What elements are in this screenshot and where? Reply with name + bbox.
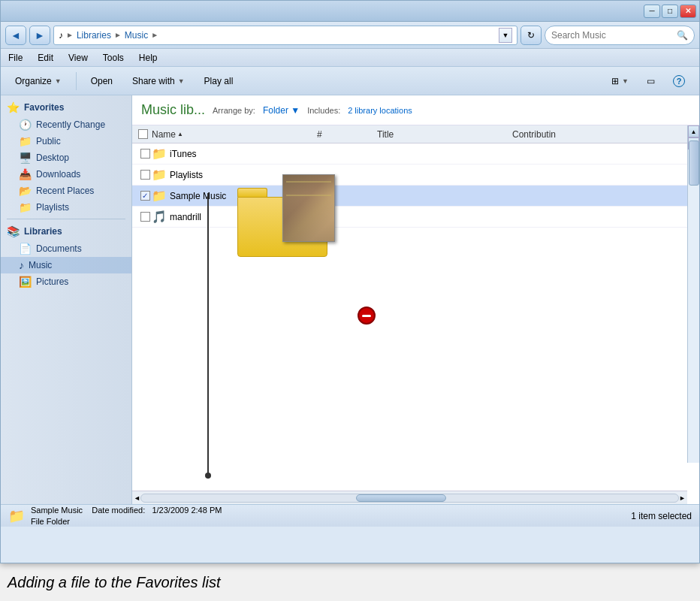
title-column-header[interactable]: Title [377,129,512,140]
maximize-button[interactable]: □ [662,5,678,18]
path-libraries[interactable]: Libraries [77,30,111,41]
views-dropdown-icon: ▼ [622,77,629,85]
sidebar-item-pictures[interactable]: 🖼️ Pictures [1,273,131,290]
share-with-button[interactable]: Share with ▼ [124,71,193,92]
address-path[interactable]: ♪ ► Libraries ► Music ► ▼ [53,26,517,45]
sidebar-item-desktop[interactable]: 🖥️ Desktop [1,149,131,166]
playlists-checkbox[interactable] [140,170,150,180]
row-check-sample[interactable]: ✓ [138,191,152,201]
close-button[interactable]: ✕ [680,5,696,18]
vertical-scrollbar[interactable]: ▲ ▼ [687,125,699,463]
downloads-label: Downloads [36,169,80,180]
name-column-header[interactable]: Name ▲ [152,129,317,140]
organize-label: Organize [15,76,52,86]
forward-button[interactable]: ► [29,26,50,45]
contrib-column-header[interactable]: Contributin [512,129,693,140]
menu-view[interactable]: View [65,51,91,65]
sidebar-item-downloads[interactable]: 📥 Downloads [1,166,131,183]
help-button[interactable]: ? [665,71,693,92]
forward-icon: ► [35,29,45,41]
file-area: Music lib... Arrange by: Folder ▼ Includ… [132,95,699,504]
playlists-name: Playlists [170,170,203,180]
table-row[interactable]: 🎵 mandrill [132,207,699,228]
includes-label: Includes: [307,106,340,115]
address-bar: ◄ ► ♪ ► Libraries ► Music ► ▼ ↻ 🔍 [1,22,699,49]
path-dropdown[interactable]: ▼ [499,28,512,43]
h-scroll-left[interactable]: ◄ [134,494,140,502]
table-row[interactable]: ✓ 📁 Sample Music [132,186,699,207]
sidebar-item-recently-changed[interactable]: 🕐 Recently Change [1,116,131,133]
arrange-dropdown-icon: ▼ [291,105,300,116]
sample-name: Sample Music [170,191,226,201]
share-with-dropdown-icon: ▼ [178,77,185,85]
search-box[interactable]: 🔍 [545,26,695,45]
select-all-checkbox[interactable] [138,129,148,139]
recently-changed-icon: 🕐 [19,119,32,131]
row-check-itunes[interactable] [138,149,152,159]
menu-bar: File Edit View Tools Help [1,49,699,67]
scroll-up-button[interactable]: ▲ [688,125,699,137]
library-header: Music lib... Arrange by: Folder ▼ Includ… [132,95,699,125]
search-input[interactable] [551,30,674,41]
open-button[interactable]: Open [83,71,121,92]
menu-file[interactable]: File [5,51,26,65]
explorer-window: ─ □ ✕ ◄ ► ♪ ► Libraries ► Music ► ▼ ↻ 🔍 [0,0,700,563]
drag-line [207,193,209,479]
open-label: Open [91,76,113,86]
playlists-folder-icon: 📁 [152,168,167,182]
h-scroll-thumb[interactable] [356,494,446,502]
pane-button[interactable]: ▭ [638,71,663,92]
playlists-sidebar-icon: 📁 [19,201,32,213]
desktop-icon: 🖥️ [19,152,32,164]
scroll-track [688,137,699,451]
libraries-section: 📚 Libraries 📄 Documents ♪ Music 🖼️ Pictu… [1,222,131,290]
refresh-button[interactable]: ↻ [520,26,542,45]
recent-places-label: Recent Places [36,186,94,196]
locations-link[interactable]: 2 library locations [348,106,412,115]
menu-edit[interactable]: Edit [35,51,56,65]
back-icon: ◄ [11,29,21,41]
minimize-button[interactable]: ─ [644,5,660,18]
libraries-header[interactable]: 📚 Libraries [1,222,131,240]
h-scroll-track [140,494,679,503]
row-check-playlists[interactable] [138,170,152,180]
sidebar-item-music[interactable]: ♪ Music [1,257,131,273]
itunes-checkbox[interactable] [140,149,150,159]
path-arrow-1: ► [66,31,74,39]
sidebar-item-playlists[interactable]: 📁 Playlists [1,199,131,216]
sidebar-item-public[interactable]: 📁 Public [1,133,131,149]
scroll-thumb[interactable] [689,140,699,186]
documents-icon: 📄 [19,243,32,255]
hash-column-header[interactable]: # [317,129,377,140]
views-button[interactable]: ⊞ ▼ [603,71,637,92]
arrange-by-value[interactable]: Folder ▼ [263,105,300,116]
path-arrow-2: ► [114,31,122,39]
path-music[interactable]: Music [125,30,148,41]
favorites-header[interactable]: ⭐ Favorites [1,98,131,116]
path-music-icon: ♪ [59,30,63,41]
row-check-mandrill[interactable] [138,212,152,222]
status-folder-icon: 📁 [8,508,25,524]
no-entry-icon [358,307,376,325]
table-row[interactable]: 📁 Playlists [132,165,699,186]
pictures-label: Pictures [36,276,68,287]
play-all-button[interactable]: Play all [196,71,242,92]
table-row[interactable]: 📁 iTunes [132,143,699,165]
toolbar: Organize ▼ Open Share with ▼ Play all ⊞ … [1,67,699,95]
sample-checkbox[interactable]: ✓ [140,191,150,201]
menu-tools[interactable]: Tools [100,51,127,65]
horizontal-scrollbar[interactable]: ◄ ► [132,491,687,504]
sidebar-item-recent-places[interactable]: 📂 Recent Places [1,183,131,199]
play-all-label: Play all [204,76,234,86]
h-scroll-right[interactable]: ► [679,494,686,502]
itunes-folder-icon: 📁 [152,146,167,161]
menu-help[interactable]: Help [136,51,161,65]
sidebar-item-documents[interactable]: 📄 Documents [1,240,131,257]
column-headers: Name ▲ # Title Contributin [132,125,699,143]
favorites-section: ⭐ Favorites 🕐 Recently Change 📁 Public 🖥… [1,98,131,216]
mandrill-checkbox[interactable] [140,212,150,222]
library-title: Music lib... [141,102,205,118]
back-button[interactable]: ◄ [5,26,26,45]
organize-button[interactable]: Organize ▼ [7,71,70,92]
documents-label: Documents [36,243,82,254]
